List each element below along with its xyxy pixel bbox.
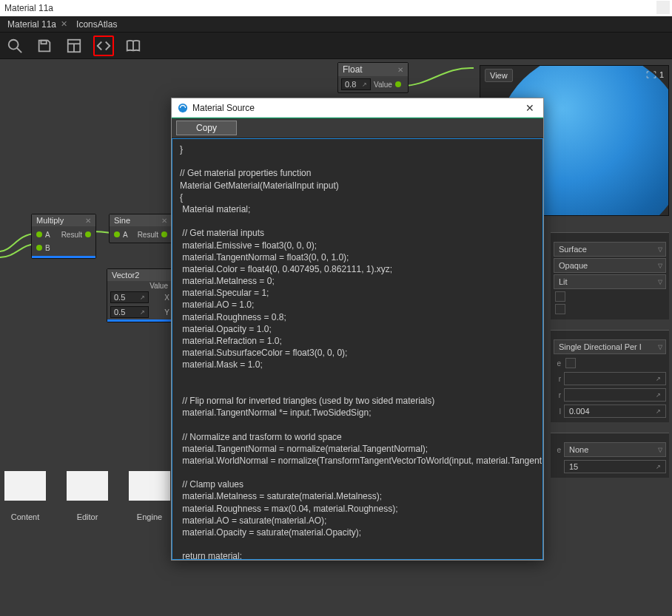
input-pin-b[interactable] [36,245,42,251]
x-label: X [164,294,169,302]
thumbnail [67,471,108,501]
toolbar [0,33,672,59]
input-label: B [45,244,50,252]
combo-none[interactable]: None▽ [564,442,666,457]
output-label: Result [128,231,158,239]
save-icon[interactable] [34,35,55,56]
output-label: Value [374,81,392,89]
node-sine[interactable]: Sine✕ A Result [109,214,172,243]
copy-button[interactable]: Copy [176,121,237,135]
folder-editor[interactable]: Editor [64,471,111,521]
output-label: Result [50,231,82,239]
checkbox-e[interactable] [565,358,576,368]
window-title: Material 11a [4,3,53,13]
tab-material11a[interactable]: Material 11a ✕ [3,16,72,33]
close-icon[interactable]: ✕ [85,217,91,225]
thumbnail [129,471,170,501]
checkbox-1[interactable] [555,291,565,302]
view-button[interactable]: View [485,69,513,82]
vector2-y-field[interactable]: 0.5↗ [110,306,149,318]
output-label: Value [107,281,172,290]
source-code-textarea[interactable]: } // Get material properties function Ma… [172,138,543,560]
combo-lighting[interactable]: Single Directional Per I▽ [554,339,666,354]
y-label: Y [164,308,169,317]
input-label: A [123,231,128,239]
tab-iconsatlas[interactable]: IconsAtlas [72,16,121,33]
svg-rect-2 [41,40,46,44]
node-title: Vector2 [112,271,139,280]
window-control[interactable] [656,1,670,14]
thumbnail [4,471,46,501]
field-15[interactable]: 15↗ [564,460,666,473]
combo-shading[interactable]: Lit▽ [554,274,666,289]
input-pin-a[interactable] [36,231,42,237]
app-icon [178,103,188,113]
float-value-field[interactable]: 0.8↗ [341,78,371,90]
properties-panel: Surface▽ Opaque▽ Lit▽ Single Directional… [551,228,669,488]
window-titlebar: Material 11a [0,0,672,16]
output-pin[interactable] [395,81,401,87]
node-vector2[interactable]: Vector2 Value 0.5↗ X 0.5↗ Y [107,268,173,322]
close-icon[interactable]: ✕ [61,19,67,29]
material-source-dialog: Material Source ✕ Copy } // Get material… [171,98,544,561]
svg-point-7 [178,103,187,112]
output-pin[interactable] [161,231,167,237]
field-r[interactable]: ↗ [564,372,666,385]
source-code-icon[interactable] [93,35,114,56]
dialog-titlebar[interactable]: Material Source ✕ [172,98,543,118]
field-r2[interactable]: ↗ [564,388,666,402]
content-browser: Content Editor Engine [1,471,173,521]
dialog-title: Material Source [192,103,523,113]
input-pin-a[interactable] [114,231,120,237]
chevron-down-icon: ▽ [658,344,662,351]
tab-label: IconsAtlas [76,19,117,30]
search-icon[interactable] [4,35,25,56]
svg-point-0 [9,39,19,49]
close-icon[interactable]: ✕ [523,102,537,114]
node-multiply[interactable]: Multiply✕ A Result B [31,214,96,259]
folder-engine[interactable]: Engine [126,471,173,521]
chevron-down-icon: ▽ [658,263,662,269]
input-label: A [45,231,50,239]
node-title: Sine [114,216,130,225]
checkbox-2[interactable] [555,304,565,314]
fullscreen-icon[interactable]: 1 [646,70,664,79]
chevron-down-icon: ▽ [658,279,662,285]
output-pin[interactable] [85,231,91,237]
combo-blend[interactable]: Opaque▽ [554,258,666,273]
tab-strip: Material 11a ✕ IconsAtlas [0,16,672,33]
chevron-down-icon: ▽ [658,246,662,253]
node-float[interactable]: Float✕ 0.8↗ Value [337,62,409,93]
dialog-toolbar: Copy [172,118,543,138]
close-icon[interactable]: ✕ [161,217,167,225]
tab-label: Material 11a [7,19,56,30]
node-title: Multiply [36,216,64,225]
node-title: Float [343,64,363,75]
field-d[interactable]: 0.004↗ [564,405,666,418]
folder-content[interactable]: Content [1,471,49,521]
vector2-x-field[interactable]: 0.5↗ [110,291,149,303]
chevron-down-icon: ▽ [658,447,662,453]
layout-icon[interactable] [64,35,84,56]
svg-line-1 [17,47,21,52]
book-icon[interactable] [123,35,144,56]
combo-domain[interactable]: Surface▽ [554,242,666,257]
close-icon[interactable]: ✕ [397,66,403,74]
